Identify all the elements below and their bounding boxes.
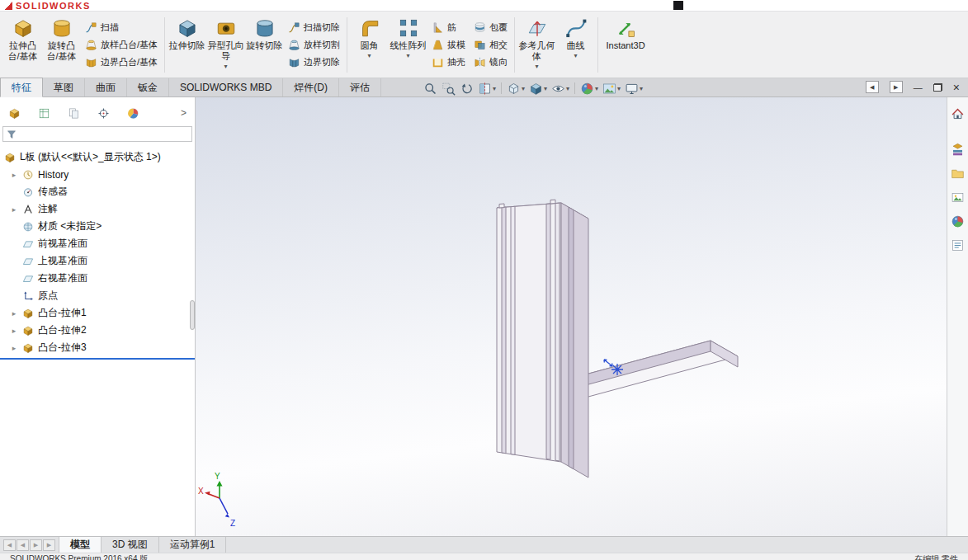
display-style-button[interactable]: ▾ bbox=[528, 82, 548, 96]
design-library-tab[interactable] bbox=[950, 141, 966, 158]
edit-appearance-caret-icon[interactable]: ▾ bbox=[595, 85, 598, 92]
sweep-button[interactable]: 扫描 bbox=[81, 19, 162, 36]
tab-surfaces[interactable]: 曲面 bbox=[85, 78, 127, 96]
tree-item-history[interactable]: ▸ History bbox=[0, 166, 195, 183]
hole-wizard-button[interactable]: 异型孔向导 ▾ bbox=[206, 13, 245, 77]
reference-geometry-caret-icon[interactable]: ▾ bbox=[536, 63, 539, 70]
view-palette-tab[interactable] bbox=[950, 189, 966, 205]
expand-arrow-icon[interactable]: ▸ bbox=[10, 344, 18, 352]
tab-sheet-metal[interactable]: 钣金 bbox=[127, 78, 169, 96]
extruded-boss-button[interactable]: 拉伸凸台/基体 bbox=[3, 13, 42, 77]
reference-geometry-button[interactable]: 参考几何体 ▾ bbox=[517, 13, 556, 77]
3d-model-canvas[interactable]: Y X Z bbox=[196, 97, 947, 536]
appearances-scenes-tab[interactable] bbox=[950, 213, 966, 229]
tree-item-sensors[interactable]: 传感器 bbox=[0, 183, 195, 200]
tab-scroll-last-button[interactable]: ▶ bbox=[43, 539, 55, 551]
tab-weldments[interactable]: 焊件(D) bbox=[283, 78, 339, 96]
tree-item-front-plane[interactable]: 前视基准面 bbox=[0, 235, 195, 252]
boundary-cut-button[interactable]: 边界切除 bbox=[284, 54, 344, 71]
rib-button[interactable]: 筋 bbox=[427, 19, 470, 36]
previous-view-button[interactable] bbox=[459, 82, 475, 96]
hide-show-items-button[interactable]: ▾ bbox=[550, 82, 570, 96]
swept-cut-button[interactable]: 扫描切除 bbox=[284, 19, 344, 36]
tree-item-top-plane[interactable]: 上视基准面 bbox=[0, 252, 195, 270]
tree-item-material[interactable]: 材质 <未指定> bbox=[0, 218, 195, 235]
hole-wizard-label: 异型孔向导 bbox=[207, 40, 244, 62]
apply-scene-caret-icon[interactable]: ▾ bbox=[617, 85, 621, 92]
revolved-boss-button[interactable]: 旋转凸台/基体 bbox=[42, 13, 81, 77]
linear-pattern-button[interactable]: 线性阵列 ▾ bbox=[389, 13, 427, 77]
section-view-button[interactable]: ▾ bbox=[477, 82, 497, 96]
graphics-area[interactable]: Y X Z bbox=[196, 97, 947, 536]
dimxpertmanager-tab-icon[interactable] bbox=[97, 107, 110, 120]
tree-item-boss-extrude1[interactable]: ▸ 凸台-拉伸1 bbox=[0, 304, 195, 322]
restore-button[interactable] bbox=[933, 83, 942, 92]
linear-pattern-caret-icon[interactable]: ▾ bbox=[407, 52, 410, 59]
rollback-bar[interactable] bbox=[0, 358, 195, 360]
draft-button[interactable]: 拔模 bbox=[427, 36, 470, 54]
boundary-boss-button[interactable]: 边界凸台/基体 bbox=[81, 54, 162, 71]
tab-motion-study[interactable]: 运动算例1 bbox=[159, 537, 227, 553]
tree-item-origin[interactable]: 原点 bbox=[0, 287, 195, 304]
tree-filter-bar[interactable] bbox=[2, 126, 192, 142]
close-button[interactable]: × bbox=[953, 82, 960, 92]
tree-root-part[interactable]: L板 (默认<<默认>_显示状态 1>) bbox=[0, 148, 195, 166]
wrap-button[interactable]: 包覆 bbox=[470, 19, 512, 36]
fillet-caret-icon[interactable]: ▾ bbox=[368, 52, 371, 59]
shell-button[interactable]: 抽壳 bbox=[427, 54, 470, 71]
display-style-caret-icon[interactable]: ▾ bbox=[544, 85, 547, 92]
pane-back-button[interactable]: ◀ bbox=[866, 81, 879, 93]
tree-item-right-plane[interactable]: 右视基准面 bbox=[0, 270, 195, 287]
expand-arrow-icon[interactable]: ▸ bbox=[10, 205, 18, 214]
displaymanager-tab-icon[interactable] bbox=[127, 107, 139, 120]
section-view-caret-icon[interactable]: ▾ bbox=[493, 85, 496, 92]
apply-scene-button[interactable]: ▾ bbox=[602, 82, 621, 96]
expand-arrow-icon[interactable]: ▸ bbox=[10, 327, 18, 335]
configurationmanager-tab-icon[interactable] bbox=[68, 107, 80, 120]
fillet-button[interactable]: 圆角 ▾ bbox=[350, 13, 389, 77]
propertymanager-tab-icon[interactable] bbox=[38, 107, 50, 120]
lofted-boss-button[interactable]: 放样凸台/基体 bbox=[81, 36, 162, 54]
mirror-button[interactable]: 镜向 bbox=[470, 54, 512, 71]
panel-expand-chevron[interactable]: > bbox=[181, 107, 187, 119]
tree-item-label: 凸台-拉伸2 bbox=[38, 323, 87, 337]
tree-item-boss-extrude3[interactable]: ▸ 凸台-拉伸3 bbox=[0, 339, 195, 356]
custom-properties-tab[interactable] bbox=[950, 237, 966, 253]
expand-arrow-icon[interactable]: ▸ bbox=[10, 309, 18, 318]
intersect-button[interactable]: 相交 bbox=[470, 36, 512, 54]
view-orientation-button[interactable]: ▾ bbox=[506, 82, 526, 96]
tree-item-boss-extrude2[interactable]: ▸ 凸台-拉伸2 bbox=[0, 322, 195, 339]
pane-forward-button[interactable]: ▶ bbox=[890, 81, 903, 93]
minimize-button[interactable]: — bbox=[914, 83, 923, 92]
extruded-cut-button[interactable]: 拉伸切除 bbox=[168, 13, 206, 77]
lofted-cut-button[interactable]: 放样切割 bbox=[284, 36, 344, 54]
panel-splitter-handle[interactable] bbox=[190, 300, 195, 330]
tab-features[interactable]: 特征 bbox=[0, 78, 43, 97]
curves-button[interactable]: 曲线 ▾ bbox=[556, 13, 595, 77]
view-orientation-caret-icon[interactable]: ▾ bbox=[522, 85, 525, 92]
tab-sketch[interactable]: 草图 bbox=[43, 78, 85, 96]
tab-scroll-first-button[interactable]: ◀ bbox=[3, 539, 16, 551]
hole-wizard-caret-icon[interactable]: ▾ bbox=[224, 63, 228, 70]
tree-item-annotations[interactable]: ▸ 注解 bbox=[0, 200, 195, 218]
tab-solidworks-mbd[interactable]: SOLIDWORKS MBD bbox=[169, 78, 283, 96]
zoom-to-area-button[interactable] bbox=[441, 82, 456, 96]
zoom-fit-button[interactable] bbox=[423, 82, 438, 96]
tab-scroll-prev-button[interactable]: ◀ bbox=[17, 539, 29, 551]
revolved-cut-button[interactable]: 旋转切除 bbox=[245, 13, 284, 77]
hide-show-caret-icon[interactable]: ▾ bbox=[566, 85, 569, 92]
tab-3d-views[interactable]: 3D 视图 bbox=[102, 537, 159, 553]
file-explorer-tab[interactable] bbox=[950, 165, 966, 181]
expand-arrow-icon[interactable]: ▸ bbox=[10, 171, 18, 179]
curves-caret-icon[interactable]: ▾ bbox=[574, 52, 578, 59]
view-settings-button[interactable]: ▾ bbox=[624, 82, 644, 96]
edit-appearance-button[interactable]: ▾ bbox=[579, 82, 599, 96]
status-left-text: SOLIDWORKS Premium 2016 x64 版 bbox=[10, 553, 148, 560]
tab-evaluate[interactable]: 评估 bbox=[339, 78, 381, 96]
tab-scroll-next-button[interactable]: ▶ bbox=[30, 539, 42, 551]
solidworks-resources-tab[interactable] bbox=[950, 106, 966, 122]
view-settings-caret-icon[interactable]: ▾ bbox=[640, 85, 643, 92]
instant3d-button[interactable]: Instant3D bbox=[601, 13, 650, 77]
featuremanager-tree-tab-icon[interactable] bbox=[8, 107, 21, 120]
tab-model[interactable]: 模型 bbox=[59, 537, 102, 553]
